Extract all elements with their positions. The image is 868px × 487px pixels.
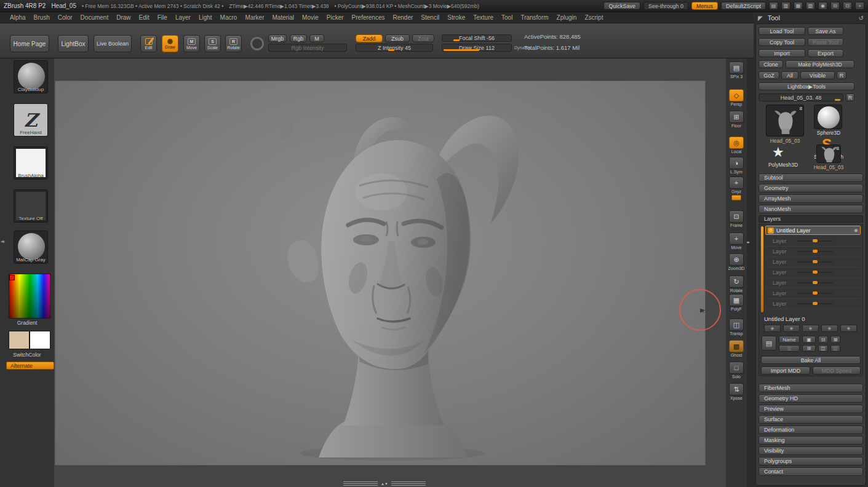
mrgb-button[interactable]: Mrgb: [268, 34, 287, 42]
tool-section-header[interactable]: Deformation: [759, 426, 863, 434]
current-stroke-thumbnail[interactable]: Z FreeHand: [14, 103, 48, 137]
maximize-button[interactable]: ⊡: [843, 2, 852, 10]
layer-intensity-slider[interactable]: [797, 293, 833, 294]
menu-item[interactable]: Preferences: [352, 14, 385, 21]
right-shelf-spix[interactable]: ▤ SPix 3: [726, 61, 747, 79]
menu-item[interactable]: Light: [199, 14, 212, 21]
menu-item[interactable]: File: [157, 14, 167, 21]
right-shelf-zoom3d[interactable]: ⊕ Zoom3D: [726, 253, 747, 271]
default-zscript-button[interactable]: DefaultZScript: [721, 2, 766, 10]
tool-section-header[interactable]: NanoMesh: [759, 205, 863, 213]
right-shelf-floor[interactable]: ⊞ Floor: [726, 111, 747, 128]
mdd-speed-button[interactable]: MDD Speed: [813, 366, 861, 374]
menu-item[interactable]: Macro: [220, 14, 237, 21]
sphere3d-thumbnail[interactable]: [814, 105, 842, 129]
current-brush-thumbnail[interactable]: ClayBuildup: [14, 60, 48, 93]
panel-collapse-chevrons-icon[interactable]: ◂▸: [746, 240, 749, 245]
menu-item[interactable]: Alpha: [10, 14, 26, 21]
lightbox-tools-button[interactable]: Lightbox▶Tools: [759, 82, 854, 90]
zcut-button[interactable]: Zcut: [412, 34, 434, 42]
layer-nav-button-2[interactable]: ◆: [783, 325, 800, 332]
menu-item[interactable]: Edit: [139, 14, 149, 21]
menu-item[interactable]: Stencil: [421, 14, 439, 21]
menu-item[interactable]: Stroke: [447, 14, 465, 21]
tool-name-slider[interactable]: Head_05_03. 48: [759, 93, 843, 101]
scale-button[interactable]: S Scale: [204, 35, 221, 52]
right-shelf-transp[interactable]: ◫ Transp: [726, 319, 747, 336]
right-shelf-persp[interactable]: ◇ Persp: [726, 89, 747, 106]
bake-all-button[interactable]: Bake All: [761, 356, 861, 364]
tool-r-button[interactable]: R: [846, 93, 854, 101]
layer-nav-button-5[interactable]: ◆: [840, 325, 857, 332]
tool-section-header[interactable]: Polygroups: [759, 457, 863, 465]
document-scrollbar[interactable]: ▲▼: [343, 481, 426, 486]
menus-button[interactable]: Menus: [691, 2, 718, 10]
menu-item[interactable]: Transform: [520, 14, 548, 21]
layer-row[interactable]: Layer: [765, 278, 861, 288]
layer-invert-button[interactable]: ⊞: [802, 345, 816, 352]
tool-section-header[interactable]: Masking: [759, 436, 863, 445]
layer-row-selected[interactable]: 0 Untitled Layer ◉: [765, 226, 861, 235]
rgb-intensity-slider[interactable]: Rgb Intensity: [268, 44, 347, 52]
right-shelf-local[interactable]: ◎ Local: [726, 137, 747, 154]
menu-item[interactable]: Render: [393, 14, 413, 21]
menu-item[interactable]: Marker: [245, 14, 264, 21]
layer-intensity-slider[interactable]: [797, 261, 833, 263]
layer-row[interactable]: Layer: [765, 299, 861, 309]
tool-section-header[interactable]: Subtool: [759, 173, 863, 182]
goz-r-button[interactable]: R: [837, 71, 846, 79]
layer-row[interactable]: Layer: [765, 267, 861, 278]
layer-row[interactable]: Layer: [765, 247, 861, 257]
secondary-color-swatch[interactable]: [30, 331, 50, 349]
menu-item[interactable]: Texture: [473, 14, 493, 21]
menu-item[interactable]: Zscript: [584, 14, 603, 21]
right-shelf-polyframe[interactable]: ▦ PolyF: [726, 294, 747, 311]
layers-scroll-strip[interactable]: [761, 226, 763, 312]
current-alpha-thumbnail[interactable]: BrushAlpha: [14, 146, 48, 180]
make-polymesh3d-button[interactable]: Make PolyMesh3D: [786, 60, 854, 68]
move-button[interactable]: M Move: [183, 35, 200, 52]
layer-duplicate-button[interactable]: ▣: [802, 336, 816, 343]
dock-layout-icon-3[interactable]: ▦: [794, 2, 803, 10]
dock-layout-icon-2[interactable]: ▥: [781, 2, 790, 10]
layer-intensity-slider[interactable]: [797, 251, 833, 252]
right-shelf-frame[interactable]: ⊡ Frame: [726, 210, 747, 228]
layer-intensity-slider[interactable]: [797, 240, 833, 242]
minimize-button[interactable]: ⊟: [830, 2, 840, 10]
palette-restore-icon[interactable]: ↺: [859, 15, 864, 22]
menu-item[interactable]: Layer: [175, 14, 191, 21]
right-shelf-gxyz[interactable]: + Gxyz: [726, 176, 747, 194]
palette-scroll-chevrons-icon[interactable]: ◂◂: [1, 239, 3, 244]
menu-item[interactable]: Brush: [34, 14, 50, 21]
tool-section-header[interactable]: Geometry: [759, 184, 863, 192]
color-picker[interactable]: [9, 274, 50, 319]
current-texture-thumbnail[interactable]: Texture Off: [14, 189, 48, 223]
z-intensity-slider[interactable]: Z Intensity 45: [356, 44, 433, 52]
menu-item[interactable]: Draw: [116, 14, 130, 21]
menu-item[interactable]: Picker: [327, 14, 344, 21]
right-shelf-move[interactable]: + Move: [726, 232, 747, 250]
tool-section-header[interactable]: Preview: [759, 405, 863, 413]
layer-row[interactable]: Layer: [765, 257, 861, 267]
tool-section-header[interactable]: ArrayMesh: [759, 194, 863, 203]
polymesh3d-icon[interactable]: ★: [772, 145, 784, 160]
palette-collapse-icon[interactable]: ◤: [758, 15, 763, 22]
draw-size-slider[interactable]: Draw Size 112: [442, 44, 512, 52]
tool-section-header[interactable]: FiberMesh: [759, 384, 863, 392]
see-through-slider[interactable]: See-through 0: [643, 2, 688, 10]
import-mdd-button[interactable]: Import MDD: [761, 366, 810, 374]
layer-nav-button-3[interactable]: ◆: [802, 325, 819, 332]
lightbox-button[interactable]: LightBox: [58, 35, 89, 52]
m-button[interactable]: M: [309, 34, 324, 42]
layer-intensity-slider[interactable]: [797, 303, 833, 304]
layer-visibility-icon[interactable]: ◉: [854, 228, 858, 233]
right-shelf-solo[interactable]: □ Solo: [726, 362, 747, 379]
menu-item[interactable]: Tool: [501, 14, 512, 21]
color-ring-icon[interactable]: [250, 37, 264, 50]
zadd-button[interactable]: Zadd: [356, 34, 383, 42]
goz-all-button[interactable]: All: [781, 71, 798, 79]
alternate-button[interactable]: Alternate: [6, 362, 54, 370]
layer-record-button[interactable]: ◫: [818, 345, 828, 352]
goz-button[interactable]: GoZ: [759, 71, 779, 79]
home-page-button[interactable]: Home Page: [10, 35, 49, 52]
